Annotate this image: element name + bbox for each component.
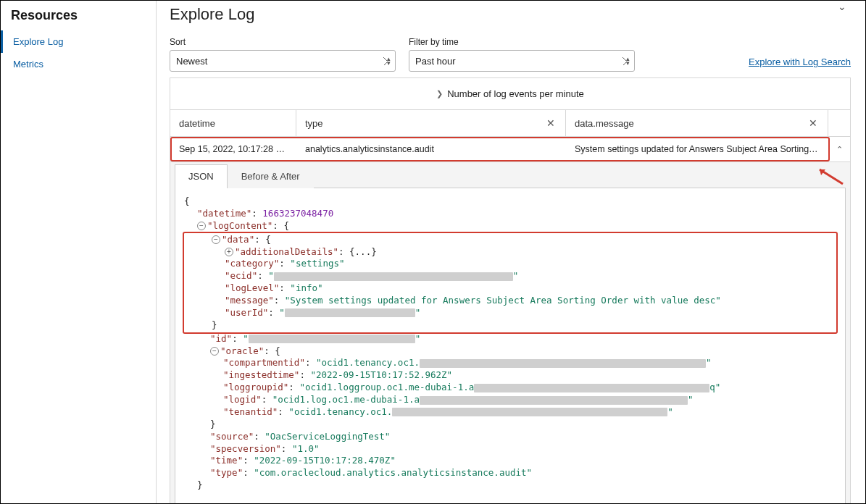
annotation-data-highlight: −"data": { +"additionalDetails": {...} "… [183, 232, 838, 334]
column-header-datetime: datetime [170, 110, 296, 136]
sort-label: Sort [170, 37, 396, 47]
filters-row: Sort Newest ▴▾ Filter by time Past hour … [170, 37, 851, 72]
events-summary-bar[interactable]: ❯ Number of log events per minute [170, 77, 851, 109]
column-header-message: data.message ✕ [566, 110, 828, 136]
log-table-header: datetime type ✕ data.message ✕ [170, 109, 851, 137]
detail-tabs: JSON Before & After [175, 164, 846, 188]
tab-json[interactable]: JSON [175, 164, 228, 188]
events-summary-label: Number of log events per minute [447, 88, 584, 99]
chevron-right-icon: ❯ [436, 89, 443, 98]
cell-message: System settings updated for Answers Subj… [566, 137, 828, 161]
tab-before-after[interactable]: Before & After [228, 164, 314, 188]
time-filter-label: Filter by time [409, 37, 635, 47]
log-detail-panel: JSON Before & After { "datetime": 166323… [170, 162, 851, 503]
remove-column-type-icon[interactable]: ✕ [545, 117, 557, 129]
log-row[interactable]: Sep 15, 2022, 10:17:28 UTC analytics.ana… [170, 137, 851, 162]
main-panel: ⌄ Explore Log Sort Newest ▴▾ Filter by t… [157, 1, 865, 503]
collapse-icon[interactable]: − [210, 347, 219, 356]
collapse-icon[interactable]: − [197, 222, 206, 230]
column-header-expand [828, 110, 850, 136]
column-header-type: type ✕ [296, 110, 566, 136]
expand-icon[interactable]: + [225, 248, 233, 256]
chevron-updown-icon: ▴▾ [387, 56, 391, 65]
explore-log-search-link[interactable]: Explore with Log Search [749, 56, 851, 67]
sort-select[interactable]: Newest ▴▾ [170, 50, 396, 72]
sidebar: Resources Explore Log Metrics [1, 1, 157, 503]
time-filter-select[interactable]: Past hour ▴▾ [409, 50, 635, 72]
sidebar-item-explore-log[interactable]: Explore Log [1, 30, 156, 53]
sidebar-title: Resources [1, 5, 156, 30]
cell-datetime: Sep 15, 2022, 10:17:28 UTC [170, 137, 296, 161]
chevron-updown-icon: ▴▾ [626, 56, 630, 65]
cell-type: analytics.analyticsinstance.audit [296, 137, 566, 161]
sidebar-item-metrics[interactable]: Metrics [1, 53, 156, 75]
remove-column-message-icon[interactable]: ✕ [807, 117, 819, 129]
json-viewer: { "datetime": 1663237048470 −"logContent… [175, 188, 846, 503]
row-collapse-icon[interactable]: ⌃ [828, 137, 850, 161]
collapse-icon[interactable]: − [212, 235, 220, 244]
page-title: Explore Log [170, 5, 851, 24]
panel-collapse-icon[interactable]: ⌄ [838, 1, 846, 12]
